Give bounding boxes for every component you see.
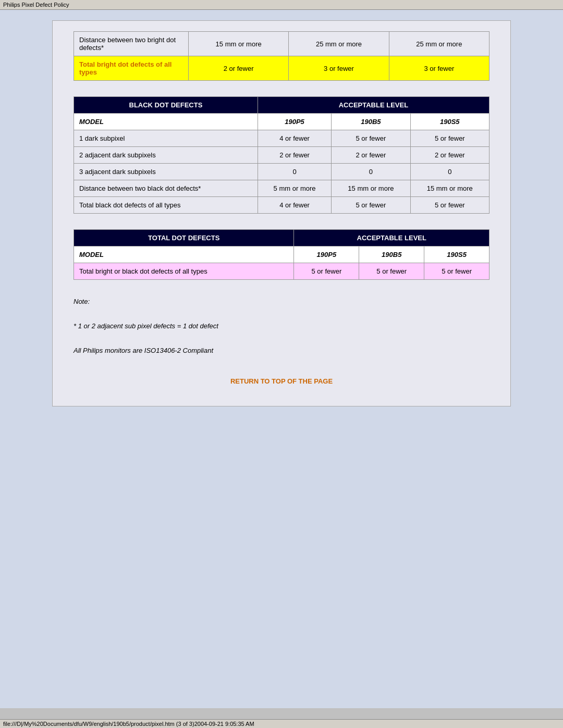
cell-label: Distance between two black dot defects*: [74, 180, 258, 197]
table-row: 1 dark subpixel 4 or fewer 5 or fewer 5 …: [74, 130, 489, 147]
cell-value: 5 or fewer: [424, 263, 489, 280]
cell-label: Total bright or black dot defects of all…: [74, 263, 294, 280]
cell-value: 5 or fewer: [410, 130, 489, 147]
cell-value: 3 or fewer: [389, 56, 489, 81]
model-190s5: 190S5: [424, 246, 489, 263]
cell-value: 15 mm or more: [332, 180, 410, 197]
cell-label: 3 adjacent dark subpixels: [74, 164, 258, 180]
black-dot-acceptable-header: ACCEPTABLE LEVEL: [258, 97, 489, 114]
browser-content: Distance between two bright dot defects*…: [0, 10, 563, 708]
cell-value: 25 mm or more: [389, 32, 489, 56]
title-text: Philips Pixel Defect Policy: [3, 2, 69, 8]
cell-label-yellow: Total bright dot defects of all types: [74, 56, 189, 81]
cell-value: 2 or fewer: [258, 147, 331, 164]
black-dot-table: BLACK DOT DEFECTS ACCEPTABLE LEVEL MODEL…: [74, 96, 489, 214]
cell-value: 15 mm or more: [189, 32, 289, 56]
model-190p5: 190P5: [294, 246, 359, 263]
table-row: Distance between two bright dot defects*…: [74, 32, 489, 56]
notes-section: Note: * 1 or 2 adjacent sub pixel defect…: [74, 295, 489, 356]
cell-label: Total black dot defects of all types: [74, 197, 258, 214]
cell-label: 1 dark subpixel: [74, 130, 258, 147]
cell-value: 25 mm or more: [289, 32, 389, 56]
note-heading: Note:: [74, 295, 489, 307]
cell-value: 15 mm or more: [410, 180, 489, 197]
cell-value: 4 or fewer: [258, 197, 331, 214]
cell-value: 4 or fewer: [258, 130, 331, 147]
cell-value: 2 or fewer: [410, 147, 489, 164]
model-190b5: 190B5: [359, 246, 424, 263]
model-190b5: 190B5: [332, 114, 410, 130]
cell-value: 3 or fewer: [289, 56, 389, 81]
model-190s5: 190S5: [410, 114, 489, 130]
cell-value: 0: [258, 164, 331, 180]
cell-value: 5 mm or more: [258, 180, 331, 197]
table-row: 2 adjacent dark subpixels 2 or fewer 2 o…: [74, 147, 489, 164]
model-label: MODEL: [74, 246, 294, 263]
cell-value: 5 or fewer: [294, 263, 359, 280]
cell-value: 0: [410, 164, 489, 180]
table-header-row: TOTAL DOT DEFECTS ACCEPTABLE LEVEL: [74, 230, 489, 246]
model-header-row: MODEL 190P5 190B5 190S5: [74, 114, 489, 130]
total-acceptable-header: ACCEPTABLE LEVEL: [294, 230, 489, 246]
table-row: Distance between two black dot defects* …: [74, 180, 489, 197]
table-header-row: BLACK DOT DEFECTS ACCEPTABLE LEVEL: [74, 97, 489, 114]
cell-value: 2 or fewer: [189, 56, 289, 81]
note-line2: All Philips monitors are ISO13406-2 Comp…: [74, 344, 489, 356]
page-container: Distance between two bright dot defects*…: [52, 20, 511, 406]
cell-value: 5 or fewer: [332, 197, 410, 214]
title-bar: Philips Pixel Defect Policy: [0, 0, 563, 10]
model-label: MODEL: [74, 114, 258, 130]
total-dot-table: TOTAL DOT DEFECTS ACCEPTABLE LEVEL MODEL…: [74, 229, 489, 280]
table-row: Total black dot defects of all types 4 o…: [74, 197, 489, 214]
note-line1: * 1 or 2 adjacent sub pixel defects = 1 …: [74, 320, 489, 332]
model-190p5: 190P5: [258, 114, 331, 130]
model-header-row: MODEL 190P5 190B5 190S5: [74, 246, 489, 263]
table-row: 3 adjacent dark subpixels 0 0 0: [74, 164, 489, 180]
return-to-top-link[interactable]: RETURN TO TOP OF THE PAGE: [74, 377, 489, 385]
cell-value: 2 or fewer: [332, 147, 410, 164]
cell-value: 5 or fewer: [359, 263, 424, 280]
table-row-pink: Total bright or black dot defects of all…: [74, 263, 489, 280]
cell-value: 5 or fewer: [332, 130, 410, 147]
cell-label: 2 adjacent dark subpixels: [74, 147, 258, 164]
black-dot-header-label: BLACK DOT DEFECTS: [74, 97, 258, 114]
table-row-highlighted: Total bright dot defects of all types 2 …: [74, 56, 489, 81]
cell-value: 0: [332, 164, 410, 180]
cell-value: 5 or fewer: [410, 197, 489, 214]
total-dot-header-label: TOTAL DOT DEFECTS: [74, 230, 294, 246]
cell-label: Distance between two bright dot defects*: [74, 32, 189, 56]
bright-dot-partial-table: Distance between two bright dot defects*…: [74, 31, 489, 81]
